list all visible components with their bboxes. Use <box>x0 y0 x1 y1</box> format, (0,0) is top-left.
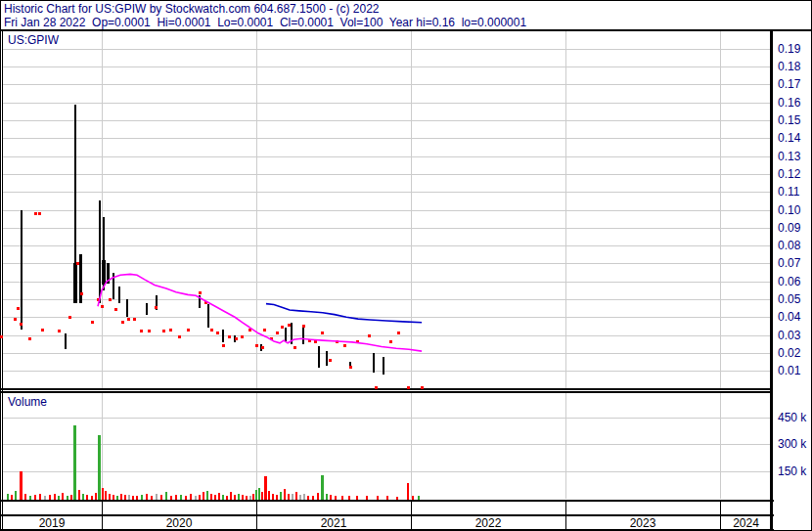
volume-bar <box>109 494 111 500</box>
volume-bar <box>276 495 278 500</box>
volume-bar <box>86 495 88 500</box>
volume-bar <box>102 488 104 500</box>
volume-bar <box>317 493 319 500</box>
volume-bar <box>49 495 51 500</box>
volume-bar <box>396 497 398 500</box>
price-gridline <box>3 66 770 67</box>
price-tick <box>263 329 266 332</box>
year-label: 2023 <box>565 517 720 530</box>
volume-title: Volume <box>8 395 47 409</box>
volume-bar <box>29 496 31 500</box>
price-tick <box>210 329 213 332</box>
volume-bar <box>206 491 208 500</box>
price-tick <box>58 330 61 332</box>
volume-bar <box>321 475 324 500</box>
volume-bar <box>218 493 220 500</box>
year-gridline <box>565 393 566 499</box>
volume-bar <box>303 494 305 500</box>
volume-bar <box>295 492 297 500</box>
volume-bar <box>175 495 177 500</box>
price-tick <box>38 212 41 215</box>
price-tick <box>140 330 143 332</box>
volume-bar <box>58 496 60 500</box>
price-gridline <box>3 317 770 318</box>
price-tick <box>421 386 424 389</box>
volume-bar <box>307 496 309 500</box>
volume-bar <box>203 492 204 500</box>
price-tick <box>14 318 17 321</box>
volume-tick-label: 150 k <box>778 465 806 478</box>
price-bar <box>113 273 114 299</box>
volume-bar <box>214 495 216 500</box>
volume-gridline <box>3 471 770 472</box>
volume-bar <box>238 494 240 500</box>
volume-bar <box>210 494 212 500</box>
price-bar <box>146 303 148 316</box>
year-gridline <box>720 393 721 499</box>
price-bar <box>21 210 23 331</box>
volume-bar <box>288 494 290 500</box>
volume-bar <box>272 494 274 500</box>
price-tick-label: 0.09 <box>778 221 800 235</box>
price-bar <box>291 323 293 344</box>
price-tick <box>17 307 20 310</box>
volume-bar <box>199 495 201 500</box>
price-gridline <box>3 84 770 85</box>
price-tick <box>270 337 273 340</box>
price-bar <box>107 263 110 283</box>
volume-bar <box>24 494 26 500</box>
volume-bar <box>185 496 187 500</box>
volume-bar <box>280 492 282 500</box>
volume-bar <box>11 495 13 500</box>
volume-bar <box>335 496 337 500</box>
year-gridline <box>256 393 257 499</box>
volume-bar <box>54 494 56 500</box>
price-bar <box>73 263 77 302</box>
price-tick-label: 0.11 <box>778 185 799 199</box>
year-gridline <box>102 31 103 388</box>
price-tick <box>162 330 165 332</box>
price-tick-label: 0.16 <box>778 96 800 110</box>
volume-bar <box>91 496 93 500</box>
ma-slow-line <box>266 304 422 323</box>
volume-bar <box>160 495 162 500</box>
year-gridline <box>720 31 721 388</box>
price-tick <box>308 339 311 342</box>
volume-bar <box>299 495 301 500</box>
price-tick <box>356 340 359 343</box>
price-gridline <box>3 335 770 336</box>
price-tick <box>321 332 324 334</box>
year-gridline <box>256 31 257 388</box>
volume-bar <box>95 493 97 500</box>
volume-bar <box>268 491 270 500</box>
volume-bar <box>7 494 9 500</box>
price-tick <box>148 330 151 332</box>
volume-bar <box>165 492 167 500</box>
volume-bar <box>132 496 134 500</box>
pane-divider-top <box>0 388 773 390</box>
price-tick-label: 0.03 <box>778 329 800 342</box>
price-tick-label: 0.14 <box>778 131 800 145</box>
price-tick <box>216 332 219 334</box>
price-bar <box>65 333 67 349</box>
price-tick-label: 0.04 <box>778 310 800 324</box>
volume-bar <box>326 494 328 500</box>
price-bar <box>373 353 375 373</box>
axis-mid-line <box>0 514 774 516</box>
volume-bar <box>341 496 343 500</box>
plot-right-border <box>770 30 773 529</box>
volume-bar <box>312 496 314 500</box>
price-tick <box>20 323 23 326</box>
volume-bar <box>356 496 358 500</box>
volume-bar <box>73 425 76 500</box>
volume-bar <box>113 495 114 500</box>
volume-gridline <box>3 444 770 445</box>
price-tick <box>114 308 117 311</box>
price-bar <box>199 295 201 308</box>
price-tick-label: 0.18 <box>778 60 800 73</box>
price-tick <box>281 326 284 329</box>
price-bar <box>102 260 106 286</box>
volume-bar <box>252 494 254 500</box>
price-tick <box>261 346 264 349</box>
price-tick <box>302 325 305 328</box>
